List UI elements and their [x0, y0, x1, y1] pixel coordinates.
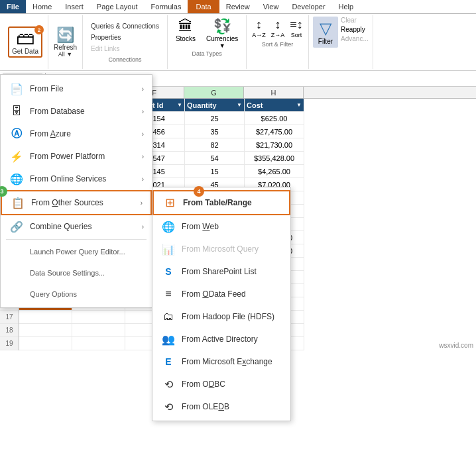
cell-d19[interactable]	[19, 337, 72, 350]
menu-from-ms-exchange[interactable]: E From Microsoft Exchange	[152, 350, 290, 373]
menu-combine-label: Combine Queries	[30, 222, 137, 231]
advanced-button[interactable]: Advanc...	[341, 35, 369, 42]
tab-help[interactable]: Help	[332, 0, 361, 13]
cell-g1-header[interactable]: Quantity ▼	[185, 99, 245, 112]
currencies-button[interactable]: 💱 Currencies ▼	[204, 17, 241, 50]
tab-home[interactable]: Home	[26, 0, 58, 13]
currencies-icon: 💱	[213, 18, 231, 35]
menu-query-options-label: Query Options	[30, 290, 144, 298]
menu-from-web[interactable]: 🌐 From Web	[152, 215, 290, 238]
cell-d17[interactable]	[19, 311, 72, 324]
tab-formulas[interactable]: Formulas	[145, 0, 188, 13]
row-18: 18	[0, 324, 19, 337]
menu-from-online-services[interactable]: 🌐 From Online Services ›	[1, 168, 152, 190]
menu-from-sharepoint[interactable]: S From SharePoint List	[152, 260, 290, 283]
filter-icon: ▽	[320, 19, 331, 38]
sort-az-label: A→Z	[252, 32, 266, 38]
sort-az-button[interactable]: ↕ A→Z	[251, 17, 267, 40]
menu-from-oledb[interactable]: ⟲ From OLEDB	[152, 395, 290, 418]
filter-group: ▽ Filter Clear Reapply Advanc...	[309, 15, 373, 69]
product-filter-icon: ▼	[177, 102, 182, 108]
sort-za-icon: ↕	[275, 18, 281, 32]
refresh-all-button[interactable]: 🔄 Refresh All ▼	[51, 25, 80, 59]
menu-from-odata[interactable]: ≡ From OData Feed	[152, 283, 290, 305]
cell-e18[interactable]	[72, 324, 125, 337]
properties-button[interactable]: Properties	[88, 32, 162, 42]
sort-button[interactable]: ≡↕ Sort	[288, 17, 304, 40]
azure-icon: Ⓐ	[9, 127, 25, 140]
menu-query-options[interactable]: Query Options	[1, 283, 152, 305]
dropdown-overlay: 📄 From File › 🗄 From Database › Ⓐ From A…	[0, 74, 152, 308]
combine-icon: 🔗	[9, 220, 25, 233]
cell-g5[interactable]: 54	[185, 152, 245, 165]
menu-data-source-settings[interactable]: Data Source Settings...	[1, 262, 152, 283]
get-data-button[interactable]: 🗃 Get Data 2	[8, 26, 42, 58]
col-h[interactable]: H	[244, 87, 304, 98]
clear-button[interactable]: Clear	[341, 17, 369, 24]
cell-h4[interactable]: $21,730.00	[245, 138, 304, 152]
cell-h1-header[interactable]: Cost ▼	[245, 99, 304, 112]
tab-view[interactable]: View	[257, 0, 286, 13]
menu-from-azure[interactable]: Ⓐ From Azure ›	[1, 123, 152, 145]
sort-label: Sort	[291, 32, 302, 38]
cell-e17[interactable]	[72, 311, 125, 324]
queries-connections-button[interactable]: Queries & Connections	[88, 21, 162, 31]
menu-from-active-directory[interactable]: 👥 From Active Directory	[152, 328, 290, 350]
edit-links-button[interactable]: Edit Links	[88, 44, 162, 54]
menu-from-file[interactable]: 📄 From File ›	[1, 77, 152, 100]
database-icon: 🗃	[16, 29, 34, 48]
quantity-filter-icon: ▼	[237, 102, 242, 108]
quantity-label: Quantity	[187, 101, 217, 109]
stocks-button[interactable]: 🏛 Stocks	[173, 17, 198, 50]
cell-h6[interactable]: $4,265.00	[245, 165, 304, 178]
col-g[interactable]: G	[184, 87, 244, 98]
cell-e19[interactable]	[72, 337, 125, 350]
from-os-arrow: ›	[142, 176, 144, 183]
menu-from-power-platform-label: From Power Platform	[30, 152, 137, 161]
from-pp-arrow: ›	[142, 153, 144, 160]
odata-icon: ≡	[160, 287, 176, 301]
menu-from-odata-label: From OData Feed	[182, 289, 282, 299]
menu-launch-editor[interactable]: Launch Power Query Editor...	[1, 241, 152, 262]
currencies-arrow: ▼	[219, 42, 225, 49]
menu-level2: ⊞ From Table/Range 4 🌐 From Web 📊 From M…	[152, 187, 291, 421]
cell-h3[interactable]: $27,475.00	[245, 125, 304, 138]
cell-h2[interactable]: $625.00	[245, 112, 304, 125]
tab-file[interactable]: File	[0, 0, 26, 13]
filter-button[interactable]: ▽ Filter	[313, 17, 338, 48]
reapply-button[interactable]: Reapply	[341, 26, 369, 33]
menu-from-power-platform[interactable]: ⚡ From Power Platform ›	[1, 145, 152, 168]
tab-developer[interactable]: Developer	[285, 0, 331, 13]
cell-g4[interactable]: 82	[185, 138, 245, 152]
menu-from-ms-query[interactable]: 📊 From Microsoft Query	[152, 238, 290, 260]
data-types-row: 🏛 Stocks 💱 Currencies ▼	[173, 17, 241, 50]
cell-g6[interactable]: 15	[185, 165, 245, 178]
from-azure-arrow: ›	[142, 130, 144, 138]
cell-g3[interactable]: 35	[185, 125, 245, 138]
menu-from-other-sources[interactable]: 📋 From Other Sources › 3	[1, 190, 152, 215]
cell-g2[interactable]: 25	[185, 112, 245, 125]
tab-insert[interactable]: Insert	[58, 0, 90, 13]
settings-icon	[9, 266, 25, 280]
menu-level1: 📄 From File › 🗄 From Database › Ⓐ From A…	[0, 74, 152, 308]
cell-d18[interactable]	[19, 324, 72, 337]
exchange-icon: E	[160, 355, 176, 368]
file-icon: 📄	[9, 82, 25, 95]
tab-page-layout[interactable]: Page Layout	[90, 0, 145, 13]
sort-za-button[interactable]: ↕ Z→A	[270, 17, 286, 40]
menu-from-database[interactable]: 🗄 From Database ›	[1, 100, 152, 123]
menu-from-ms-exchange-label: From Microsoft Exchange	[182, 357, 282, 366]
cell-h5[interactable]: $355,428.00	[245, 152, 304, 165]
menu-data-source-label: Data Source Settings...	[30, 269, 144, 277]
currencies-label: Currencies	[206, 35, 238, 42]
menu-from-other-sources-label: From Other Sources	[31, 198, 135, 207]
ms-query-icon: 📊	[160, 242, 176, 256]
menu-from-odbc[interactable]: ⟲ From ODBC	[152, 373, 290, 395]
tab-data[interactable]: Data	[188, 0, 219, 13]
menu-from-table-range[interactable]: ⊞ From Table/Range 4	[152, 190, 290, 215]
tab-review[interactable]: Review	[219, 0, 257, 13]
menu-combine-queries[interactable]: 🔗 Combine Queries ›	[1, 215, 152, 238]
menu-from-hadoop[interactable]: 🗂 From Hadoop File (HDFS)	[152, 305, 290, 328]
menu-from-active-directory-label: From Active Directory	[182, 334, 282, 344]
sort-buttons-row: ↕ A→Z ↕ Z→A ≡↕ Sort	[251, 17, 304, 40]
